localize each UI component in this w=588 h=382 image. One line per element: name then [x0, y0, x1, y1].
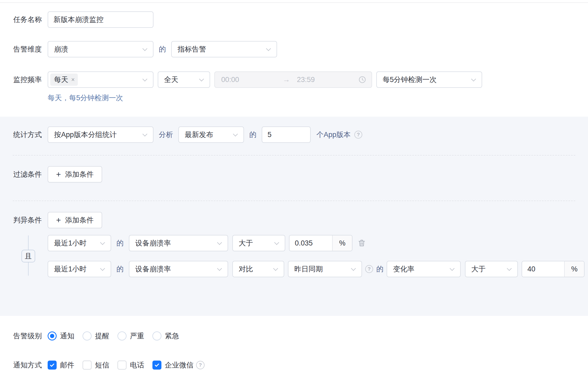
derived-metric-select[interactable]: 变化率: [387, 261, 461, 277]
day-range-select[interactable]: 全天: [158, 71, 210, 88]
radio-icon[interactable]: [117, 331, 126, 340]
day-tag-text: 每天: [54, 75, 68, 84]
anomaly-label: 判异条件: [13, 215, 42, 225]
checkbox-label: 电话: [130, 360, 144, 370]
task-name-input[interactable]: [48, 11, 153, 28]
derived-metric-value: 变化率: [393, 264, 414, 274]
checkbox-option-sms[interactable]: 短信: [83, 360, 109, 370]
chevron-down-icon: [100, 240, 105, 245]
alert-type-select[interactable]: 指标告警: [171, 41, 277, 57]
help-icon[interactable]: ?: [354, 131, 362, 139]
condition-row-1: 最近1小时 的 设备崩溃率 大于 %: [48, 235, 588, 251]
time-end: 23:59: [297, 76, 315, 84]
chevron-down-icon: [199, 76, 204, 81]
help-icon[interactable]: ?: [196, 361, 205, 369]
statistics-section: 统计方式 按App版本分组统计 分析 最新发布 的 个App版本 ? 过滤条件 …: [0, 117, 588, 316]
radio-option-severe[interactable]: 严重: [117, 331, 144, 341]
metric-value: 设备崩溃率: [135, 238, 171, 248]
threshold-input[interactable]: [290, 235, 332, 251]
radio-option-remind[interactable]: 提醒: [83, 331, 109, 341]
checkbox-checked-icon[interactable]: [48, 361, 57, 370]
compare-operator-select[interactable]: 对比: [232, 261, 284, 277]
chevron-down-icon: [217, 266, 222, 271]
chevron-down-icon: [100, 266, 105, 271]
threshold-input[interactable]: [522, 261, 564, 277]
help-icon[interactable]: ?: [365, 265, 373, 273]
of-connector: 的: [116, 264, 124, 274]
checkbox-option-wecom[interactable]: 企业微信: [152, 360, 193, 370]
checkbox-option-email[interactable]: 邮件: [48, 360, 74, 370]
radio-option-notify[interactable]: 通知: [48, 331, 74, 341]
checkbox-icon[interactable]: [83, 361, 92, 370]
metric-value: 设备崩溃率: [135, 264, 171, 274]
radio-label: 紧急: [165, 331, 179, 341]
notify-method-row: 通知方式 邮件 短信 电话 企业微信 ?: [0, 360, 588, 370]
clock-icon: [358, 76, 366, 84]
dashed-divider: [13, 155, 575, 156]
chevron-down-icon: [142, 46, 147, 51]
of-connector: 的: [159, 44, 166, 54]
dimension-select[interactable]: 崩溃: [48, 41, 153, 57]
checkbox-option-phone[interactable]: 电话: [117, 360, 144, 370]
plus-icon: +: [56, 170, 61, 179]
chevron-down-icon: [471, 76, 476, 81]
group-by-select-value: 按App版本分组统计: [54, 130, 117, 139]
checkbox-checked-icon[interactable]: [152, 361, 161, 370]
radio-option-urgent[interactable]: 紧急: [152, 331, 179, 341]
operator-select[interactable]: 大于: [232, 235, 285, 251]
radio-label: 提醒: [95, 331, 109, 341]
anomaly-row: 判异条件 + 添加条件: [0, 212, 588, 228]
time-window-select[interactable]: 最近1小时: [48, 235, 111, 251]
version-count-input[interactable]: [262, 126, 311, 143]
threshold-input-group: %: [522, 261, 585, 277]
chevron-down-icon: [273, 266, 278, 271]
radio-icon[interactable]: [152, 331, 161, 340]
chevron-down-icon: [233, 131, 238, 136]
chevron-down-icon: [142, 131, 147, 136]
day-multiselect[interactable]: 每天 ×: [48, 71, 153, 88]
dimension-select-value: 崩溃: [54, 44, 68, 54]
checkbox-icon[interactable]: [117, 361, 126, 370]
time-range-picker-disabled: 00:00 → 23:59: [214, 71, 372, 88]
trash-icon[interactable]: [357, 239, 366, 248]
release-scope-select-value: 最新发布: [185, 130, 213, 139]
frequency-hint: 每天，每5分钟检测一次: [48, 93, 588, 103]
metric-select[interactable]: 设备崩溃率: [129, 261, 228, 277]
radio-selected-icon[interactable]: [48, 331, 57, 340]
statistics-row: 统计方式 按App版本分组统计 分析 最新发布 的 个App版本 ?: [0, 126, 588, 143]
chevron-down-icon: [507, 266, 512, 271]
time-window-select[interactable]: 最近1小时: [48, 261, 111, 277]
group-by-select[interactable]: 按App版本分组统计: [48, 126, 153, 143]
percent-addon: %: [332, 235, 352, 251]
statistics-label: 统计方式: [13, 130, 42, 139]
radio-icon[interactable]: [83, 331, 92, 340]
add-anomaly-condition-button[interactable]: + 添加条件: [48, 212, 102, 228]
monitor-frequency-label: 监控频率: [13, 75, 42, 84]
compare-period-select[interactable]: 昨日同期: [288, 261, 362, 277]
threshold-input-group: %: [289, 235, 352, 251]
operator-select[interactable]: 大于: [465, 261, 518, 277]
of-connector: 的: [116, 238, 124, 248]
and-connector: 且: [21, 250, 35, 262]
alert-dimension-row: 告警维度 崩溃 的 指标告警: [0, 41, 588, 57]
metric-select[interactable]: 设备崩溃率: [129, 235, 228, 251]
alert-type-select-value: 指标告警: [178, 44, 206, 54]
check-icon: [49, 362, 55, 368]
chevron-down-icon: [274, 240, 279, 245]
interval-select[interactable]: 每5分钟检测一次: [376, 71, 482, 88]
time-start: 00:00: [221, 76, 283, 84]
operator-value: 大于: [471, 264, 486, 274]
add-filter-condition-button[interactable]: + 添加条件: [48, 166, 102, 183]
time-arrow-icon: →: [283, 75, 290, 84]
tag-remove-icon[interactable]: ×: [71, 76, 75, 83]
filter-label: 过滤条件: [13, 170, 42, 179]
task-name-label: 任务名称: [13, 15, 42, 24]
of-connector: 的: [376, 264, 383, 274]
check-icon: [154, 362, 160, 368]
chevron-down-icon: [450, 266, 454, 271]
alert-dimension-label: 告警维度: [13, 44, 42, 54]
radio-label: 通知: [60, 331, 74, 341]
release-scope-select[interactable]: 最新发布: [178, 126, 244, 143]
compare-period-value: 昨日同期: [294, 264, 323, 274]
checkbox-label: 短信: [95, 360, 109, 370]
